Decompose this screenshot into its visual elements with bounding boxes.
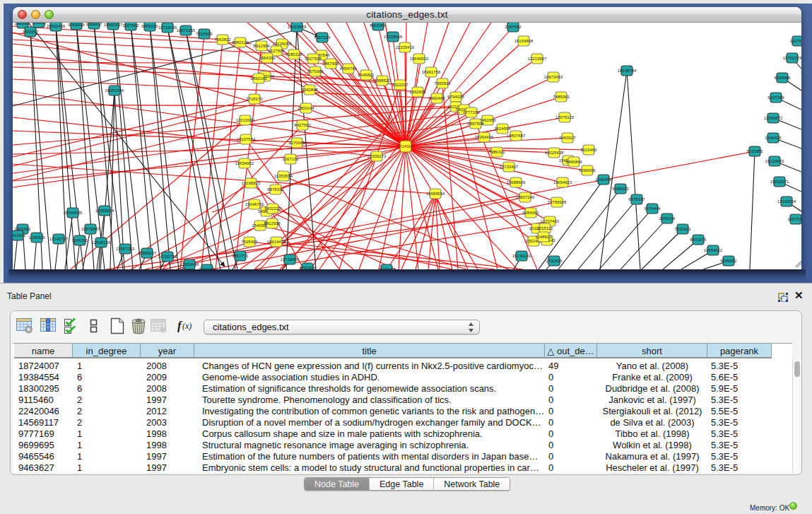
svg-text:19218506: 19218506: [384, 35, 403, 39]
svg-text:7485063: 7485063: [553, 95, 570, 99]
svg-text:7632621: 7632621: [674, 227, 691, 231]
svg-text:166020: 166020: [32, 23, 47, 25]
svg-text:19166825: 19166825: [242, 181, 261, 185]
svg-text:19654952: 19654952: [235, 161, 254, 165]
svg-text:20053346: 20053346: [105, 88, 124, 93]
svg-text:2935114: 2935114: [659, 216, 676, 221]
svg-text:16640910: 16640910: [410, 57, 429, 61]
svg-text:16782759: 16782759: [158, 255, 177, 259]
svg-text:18107554: 18107554: [237, 137, 256, 141]
svg-text:6099695: 6099695: [579, 168, 596, 173]
svg-text:1527602: 1527602: [122, 23, 139, 28]
svg-text:1167534: 1167534: [788, 217, 801, 221]
svg-text:8912954: 8912954: [253, 44, 270, 48]
svg-text:20691406: 20691406: [47, 24, 66, 28]
svg-text:9245652: 9245652: [720, 259, 737, 263]
svg-text:12213369: 12213369: [236, 118, 255, 122]
svg-text:6466160: 6466160: [141, 24, 158, 28]
svg-text:16210643: 16210643: [765, 159, 784, 163]
svg-text:19384554: 19384554: [426, 192, 445, 196]
svg-text:1403557: 1403557: [14, 23, 31, 25]
svg-text:17957253: 17957253: [116, 247, 135, 251]
svg-text:2867608: 2867608: [322, 62, 339, 66]
svg-text:5322037: 5322037: [392, 83, 408, 87]
svg-text:3624554: 3624554: [494, 127, 511, 131]
svg-text:9170065: 9170065: [288, 141, 305, 145]
svg-text:1733426: 1733426: [546, 259, 563, 263]
svg-text:1403557: 1403557: [22, 30, 39, 34]
svg-text:1640954: 1640954: [595, 177, 612, 182]
svg-text:10671355: 10671355: [177, 28, 196, 33]
svg-text:7515526: 7515526: [196, 32, 213, 36]
svg-text:9227349: 9227349: [767, 95, 784, 100]
svg-text:1248613: 1248613: [535, 235, 552, 239]
svg-text:20206535: 20206535: [64, 211, 83, 215]
svg-text:16154808: 16154808: [514, 39, 534, 43]
svg-text:6794028: 6794028: [447, 95, 464, 99]
svg-text:17359924: 17359924: [95, 209, 114, 213]
svg-text:1156829: 1156829: [29, 235, 46, 240]
svg-text:10719155: 10719155: [158, 25, 177, 30]
svg-text:5432222: 5432222: [264, 206, 281, 211]
svg-text:3911941: 3911941: [13, 233, 26, 238]
svg-text:7633142: 7633142: [378, 267, 395, 269]
svg-text:7955812: 7955812: [434, 81, 451, 86]
svg-text:7357224: 7357224: [314, 35, 331, 40]
svg-text:3215955: 3215955: [746, 149, 763, 153]
svg-text:9471361: 9471361: [199, 267, 216, 269]
svg-text:1362635: 1362635: [409, 90, 426, 94]
svg-text:10973493: 10973493: [544, 75, 563, 79]
svg-text:10975887: 10975887: [81, 227, 100, 231]
svg-text:8660124: 8660124: [232, 40, 249, 45]
svg-text:15046766: 15046766: [245, 202, 264, 206]
svg-text:1262205: 1262205: [299, 266, 316, 269]
svg-text:16961758: 16961758: [422, 70, 441, 74]
svg-text:19756928: 19756928: [548, 200, 567, 204]
svg-text:9084062: 9084062: [522, 211, 539, 215]
svg-text:10958107: 10958107: [138, 251, 157, 255]
svg-text:6897508: 6897508: [467, 122, 484, 126]
svg-text:15720407: 15720407: [500, 165, 519, 169]
svg-text:8990448: 8990448: [428, 96, 445, 100]
svg-text:9463627: 9463627: [559, 136, 576, 140]
svg-text:9115460: 9115460: [581, 148, 598, 152]
svg-text:10654112: 10654112: [704, 248, 723, 252]
svg-text:1145191: 1145191: [72, 238, 89, 243]
svg-text:8812938: 8812938: [264, 221, 281, 226]
svg-text:7986322: 7986322: [488, 150, 505, 154]
svg-text:10688609: 10688609: [507, 180, 526, 185]
svg-text:12093872: 12093872: [764, 116, 783, 120]
svg-text:16648784: 16648784: [618, 69, 637, 73]
svg-text:7625402: 7625402: [241, 240, 258, 244]
svg-text:1654392: 1654392: [259, 56, 276, 60]
svg-text:1724007: 1724007: [397, 144, 414, 148]
svg-text:23226058: 23226058: [273, 42, 292, 46]
svg-text:8186328: 8186328: [286, 52, 302, 57]
svg-text:1244415: 1244415: [765, 136, 782, 140]
svg-text:12975125: 12975125: [555, 115, 575, 119]
svg-text:2718170: 2718170: [246, 97, 263, 101]
svg-text:7663822: 7663822: [214, 37, 231, 42]
svg-text:9777169: 9777169: [463, 110, 480, 115]
svg-text:10807487: 10807487: [507, 134, 526, 138]
svg-text:20364436: 20364436: [475, 135, 494, 139]
svg-text:15751074: 15751074: [783, 56, 801, 60]
svg-text:6479197: 6479197: [628, 197, 645, 201]
svg-text:1117358: 1117358: [790, 39, 801, 43]
svg-text:12142737: 12142737: [49, 237, 69, 241]
svg-text:15136141: 15136141: [512, 254, 531, 258]
svg-text:12213967: 12213967: [528, 57, 547, 61]
svg-text:17016504: 17016504: [777, 199, 796, 204]
svg-text:11923448: 11923448: [180, 262, 199, 267]
svg-text:5938913: 5938913: [612, 187, 629, 191]
svg-text:19654923: 19654923: [553, 180, 572, 185]
svg-text:16914479: 16914479: [267, 240, 286, 244]
svg-text:12505135: 12505135: [92, 240, 111, 245]
svg-text:8427552: 8427552: [294, 123, 311, 127]
svg-text:2803144: 2803144: [298, 106, 314, 110]
svg-text:11353594: 11353594: [274, 174, 293, 178]
svg-text:1588520: 1588520: [374, 78, 391, 83]
svg-text:15300273: 15300273: [367, 154, 387, 158]
svg-text:3675685: 3675685: [307, 69, 324, 74]
svg-text:9063019: 9063019: [68, 23, 85, 27]
